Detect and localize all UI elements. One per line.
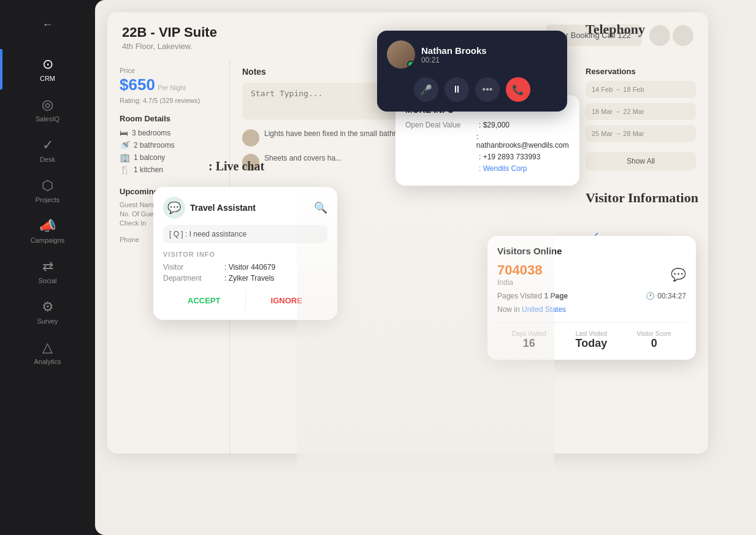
campaigns-icon: 📣 <box>39 218 56 234</box>
chat-avatar: 💬 <box>163 197 185 219</box>
bath-icon: 🚿 <box>120 140 130 150</box>
time-spent: 🕐 00:34:27 <box>646 292 686 300</box>
sidebar-item-label: SalesIQ <box>36 115 59 123</box>
main-area: 22B - VIP Suite 4th Floor, Lakeview. For… <box>95 0 756 535</box>
room-balcony-text: 1 balcony <box>134 153 165 162</box>
analytics-icon: △ <box>42 340 53 355</box>
sidebar-item-survey[interactable]: ⚙ Survey <box>0 292 95 332</box>
price-display: $650 Per Night <box>120 75 217 94</box>
more-options-button[interactable]: ••• <box>475 77 500 102</box>
back-icon: ← <box>42 18 53 31</box>
visitor-score-stat: Visitor Score 0 <box>636 330 671 350</box>
panel-action-button-2[interactable] <box>673 25 693 46</box>
visitor-dept-val: : Zylker Travels <box>224 274 274 283</box>
sidebar-item-label: CRM <box>40 75 55 82</box>
kitchen-icon: 🍴 <box>120 165 130 175</box>
telephony-header: Nathan Brooks 00:21 <box>387 40 557 69</box>
telephony-card: Nathan Brooks 00:21 🎤 ⏸ ••• 📞 <box>377 31 567 112</box>
last-visited-value: Today <box>576 337 608 350</box>
reservation-item-2: 18 Mar → 22 Mar <box>586 103 696 120</box>
call-info: Nathan Brooks 00:21 <box>421 45 487 64</box>
sidebar-item-social[interactable]: ⇄ Social <box>0 251 95 292</box>
sidebar-item-campaigns[interactable]: 📣 Campaigns <box>0 211 95 251</box>
sidebar-item-label: Projects <box>36 196 60 203</box>
more-info-row-company: : Wendils Corp <box>405 164 570 173</box>
call-duration: 00:21 <box>421 56 487 64</box>
visitor-chat-icon[interactable]: 💬 <box>671 267 686 282</box>
call-controls: 🎤 ⏸ ••• 📞 <box>387 77 557 102</box>
room-bathrooms-text: 2 bathrooms <box>134 141 175 150</box>
sidebar-item-analytics[interactable]: △ Analytics <box>0 332 95 373</box>
last-visited-stat: Last Visited Today <box>576 330 608 350</box>
sidebar-item-projects[interactable]: ⬡ Projects <box>0 170 95 211</box>
deal-value-val: : $29,000 <box>479 121 510 129</box>
call-active-indicator <box>407 61 414 68</box>
chat-title: Travel Assistant <box>190 203 256 213</box>
sidebar-item-crm[interactable]: ⊙ CRM <box>0 49 95 89</box>
company-key <box>405 164 479 173</box>
person-gradient <box>297 180 554 535</box>
sidebar-item-label: Campaigns <box>31 237 65 244</box>
room-bedrooms-text: 3 bedrooms <box>132 129 170 137</box>
mute-button[interactable]: 🎤 <box>414 77 438 102</box>
crm-icon: ⊙ <box>42 56 53 72</box>
reservation-date-3: 25 Mar → 28 Mar <box>592 130 690 137</box>
caller-name: Nathan Brooks <box>421 45 487 56</box>
panel-action-button-1[interactable] <box>649 25 670 46</box>
room-detail-balcony: 🏢 1 balcony <box>120 153 217 162</box>
price-per: Per Night <box>158 84 186 91</box>
end-call-button[interactable]: 📞 <box>506 77 530 102</box>
live-chat-section-label: : Live chat <box>208 159 264 173</box>
clock-icon: 🕐 <box>646 292 655 300</box>
price-value: $650 <box>120 75 155 94</box>
room-detail-kitchen: 🍴 1 kitchen <box>120 165 217 175</box>
bed-icon: 🛏 <box>120 128 128 138</box>
sidebar-item-salesiq[interactable]: ◎ SalesIQ <box>0 89 95 130</box>
projects-icon: ⬡ <box>42 178 53 194</box>
reservation-item-1: 14 Feb → 18 Feb <box>586 81 696 98</box>
note-avatar-1 <box>242 129 259 146</box>
sidebar-item-label: Analytics <box>34 358 61 365</box>
sidebar: ← ⊙ CRM ◎ SalesIQ ✓ Desk ⬡ Projects 📣 Ca… <box>0 0 95 535</box>
reservation-date-2: 18 Mar → 22 Mar <box>592 108 690 115</box>
company-link[interactable]: : Wendils Corp <box>479 164 527 173</box>
panel-title: 22B - VIP Suite <box>122 25 217 40</box>
phone-key <box>405 153 479 161</box>
reservation-item-3: 25 Mar → 28 Mar <box>586 125 696 142</box>
desk-icon: ✓ <box>42 137 53 153</box>
email-val: : nathanbrooks@wendils.com <box>476 132 570 150</box>
visitor-information-section-label: Visitor Information <box>586 190 698 206</box>
call-avatar <box>387 40 415 69</box>
room-detail-bathrooms: 🚿 2 bathrooms <box>120 140 217 150</box>
room-details-title: Room Details <box>120 114 217 123</box>
salesiq-icon: ◎ <box>42 97 53 113</box>
person-overlay <box>297 180 554 535</box>
sidebar-item-label: Social <box>39 277 57 284</box>
email-key <box>405 132 476 150</box>
social-icon: ⇄ <box>42 259 53 275</box>
reservation-date-1: 14 Feb → 18 Feb <box>592 86 690 93</box>
note-text-1: Lights have been fixed in the small bath… <box>264 129 412 138</box>
sidebar-item-desk[interactable]: ✓ Desk <box>0 130 95 170</box>
show-all-button[interactable]: Show All <box>586 152 696 170</box>
chat-title-group: 💬 Travel Assistant <box>163 197 256 219</box>
accept-chat-button[interactable]: ACCEPT <box>163 291 245 310</box>
note-text-2: Sheets and covers ha... <box>264 154 342 162</box>
sidebar-back-button[interactable]: ← <box>36 12 60 37</box>
balcony-icon: 🏢 <box>120 153 130 162</box>
more-info-row-deal: Open Deal Value : $29,000 <box>405 121 570 129</box>
panel-title-section: 22B - VIP Suite 4th Floor, Lakeview. <box>122 25 217 51</box>
visitor-score-label: Visitor Score <box>636 330 671 337</box>
deal-value-key: Open Deal Value <box>405 121 479 129</box>
survey-icon: ⚙ <box>42 299 54 315</box>
time-value: 00:34:27 <box>657 292 686 300</box>
room-detail-bedrooms: 🛏 3 bedrooms <box>120 128 217 138</box>
visitor-name-key: Visitor <box>163 263 224 271</box>
sidebar-item-label: Survey <box>37 317 58 325</box>
pause-button[interactable]: ⏸ <box>445 77 469 102</box>
rating-text: Rating: 4.7/5 (329 reviews) <box>120 97 217 104</box>
last-visited-label: Last Visited <box>576 330 608 337</box>
visitor-name-val: : Visitor 440679 <box>224 263 275 271</box>
sidebar-item-label: Desk <box>40 156 55 163</box>
reservation-title: Reservations <box>586 67 696 76</box>
